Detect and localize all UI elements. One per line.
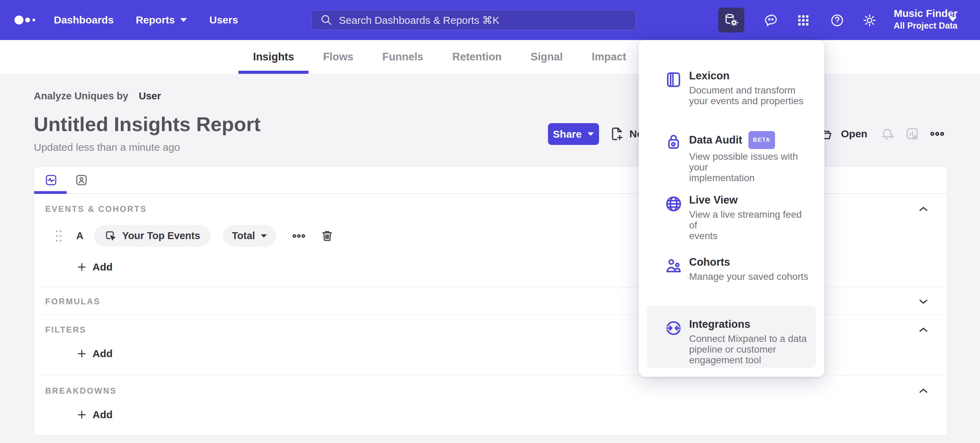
search-icon [320, 14, 332, 26]
top-nav: Dashboards Reports Users Search Dashboar… [0, 0, 980, 40]
report-title[interactable]: Untitled Insights Report [34, 113, 261, 136]
section-label: BREAKDOWNS [45, 386, 117, 396]
data-audit-lock-icon [664, 132, 683, 151]
live-view-globe-icon [664, 195, 683, 213]
share-button[interactable]: Share [548, 123, 599, 145]
event-more-options-icon[interactable] [292, 229, 306, 243]
cohorts-people-icon [664, 257, 683, 275]
nav-item-users[interactable]: Users [210, 14, 238, 26]
global-search-input[interactable]: Search Dashboards & Reports ⌘K [311, 10, 636, 30]
chevron-up-icon[interactable] [917, 385, 930, 397]
mixpanel-logo[interactable] [14, 15, 39, 25]
add-filter-button[interactable]: Add [76, 348, 113, 359]
add-label: Add [92, 261, 113, 273]
search-placeholder: Search Dashboards & Reports ⌘K [339, 14, 499, 26]
active-tab-underline [34, 191, 67, 194]
section-breakdowns: BREAKDOWNS Add [34, 375, 947, 435]
nav-item-label: Reports [135, 14, 175, 26]
report-tabs: Insights Flows Funnels Retention Signal … [239, 40, 640, 74]
menu-item-description: View a live streaming feed of events [689, 209, 809, 241]
aggregation-value: Total [232, 230, 255, 241]
add-breakdown-button[interactable]: Add [76, 409, 113, 421]
open-report-label[interactable]: Open [841, 128, 867, 140]
plus-icon [76, 410, 87, 420]
chevron-up-icon[interactable] [917, 324, 930, 336]
series-letter: A [76, 230, 84, 241]
chevron-up-icon[interactable] [917, 203, 930, 215]
tab-insights[interactable]: Insights [239, 40, 309, 74]
tab-flows[interactable]: Flows [309, 40, 368, 74]
events-view-tab-icon[interactable] [45, 173, 57, 187]
caret-down-icon [261, 234, 267, 238]
event-name: Your Top Events [122, 230, 200, 241]
menu-item-description: Document and transform your events and p… [689, 85, 804, 106]
add-event-button[interactable]: Add [76, 261, 113, 273]
event-selector[interactable]: Your Top Events [94, 225, 210, 247]
menu-item-title: Integrations [689, 318, 807, 331]
tab-retention[interactable]: Retention [438, 40, 516, 74]
event-picker-icon [104, 230, 117, 242]
section-label: FILTERS [45, 325, 86, 335]
help-icon[interactable] [830, 13, 845, 28]
data-management-button[interactable] [718, 8, 744, 32]
plus-icon [76, 262, 87, 272]
menu-item-title: Live View [689, 193, 809, 207]
report-tabbar: Insights Flows Funnels Retention Signal … [0, 40, 980, 74]
delete-event-icon[interactable] [320, 229, 334, 243]
menu-item-description: Connect Mixpanel to a data pipeline or c… [689, 333, 807, 365]
tab-impact[interactable]: Impact [577, 40, 641, 74]
nav-item-label: Users [210, 14, 238, 26]
new-report-icon[interactable] [609, 126, 625, 141]
add-label: Add [92, 348, 113, 359]
data-management-icon [724, 13, 739, 28]
menu-item-title: Cohorts [689, 255, 808, 269]
menu-item-title: Data Audit BETA [689, 131, 809, 149]
more-options-icon[interactable] [930, 126, 945, 141]
menu-item-integrations[interactable]: Integrations Connect Mixpanel to a data … [647, 306, 816, 368]
nav-links: Dashboards Reports Users [54, 0, 238, 40]
menu-item-description: Manage your saved cohorts [689, 271, 808, 282]
nav-item-label: Dashboards [54, 14, 113, 26]
section-label: EVENTS & COHORTS [45, 204, 147, 214]
beta-badge: BETA [748, 131, 775, 149]
apps-grid-icon[interactable] [796, 13, 811, 28]
menu-item-lexicon[interactable]: Lexicon Document and transform your even… [647, 57, 816, 119]
nav-item-reports[interactable]: Reports [135, 14, 187, 26]
chevron-down-icon[interactable] [917, 295, 930, 308]
mixpanel-app: Dashboards Reports Users Search Dashboar… [0, 0, 980, 443]
aggregation-selector[interactable]: Total [223, 225, 276, 247]
drag-handle-icon[interactable] [54, 229, 63, 243]
data-management-menu: Lexicon Document and transform your even… [639, 40, 824, 377]
menu-item-description: View possible issues with your implement… [689, 151, 809, 183]
updated-timestamp: Updated less than a minute ago [34, 141, 180, 153]
context-value-user[interactable]: User [139, 91, 161, 102]
menu-item-data-audit[interactable]: Data Audit BETA View possible issues wit… [647, 119, 816, 181]
add-to-board-icon[interactable] [905, 126, 920, 141]
add-label: Add [92, 409, 113, 421]
analysis-context: Analyze Uniques by User [34, 91, 161, 102]
nav-item-dashboards[interactable]: Dashboards [54, 14, 113, 26]
menu-item-title: Lexicon [689, 69, 804, 83]
integrations-sync-icon [664, 319, 683, 337]
feedback-icon[interactable] [764, 13, 778, 28]
caret-down-icon [180, 17, 188, 22]
lexicon-icon [664, 70, 683, 89]
add-alert-bell-icon[interactable] [880, 126, 895, 141]
profiles-view-tab-icon[interactable] [75, 173, 88, 187]
menu-item-cohorts[interactable]: Cohorts Manage your saved cohorts [647, 244, 816, 306]
context-label: Analyze Uniques by [34, 91, 128, 102]
tab-funnels[interactable]: Funnels [368, 40, 438, 74]
caret-down-icon [587, 132, 594, 136]
share-label: Share [553, 129, 581, 140]
section-label: FORMULAS [45, 297, 100, 306]
caret-down-icon[interactable] [948, 17, 957, 22]
plus-icon [76, 348, 87, 359]
settings-gear-icon[interactable] [862, 13, 877, 28]
tab-signal[interactable]: Signal [516, 40, 577, 74]
menu-item-live-view[interactable]: Live View View a live streaming feed of … [647, 181, 816, 244]
